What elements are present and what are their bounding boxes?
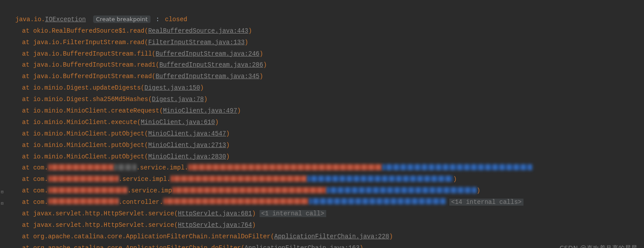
redacted-link-segment	[327, 187, 477, 193]
stack-frame-redacted: at com..service.impl.)	[8, 174, 644, 185]
stack-frame: at io.minio.Digest.updateDigests(Digest.…	[8, 83, 644, 94]
stack-call: io.minio.Digest.sha256Md5Hashes	[33, 96, 148, 103]
stack-call: io.minio.MinioClient.putObject	[33, 153, 144, 160]
at-keyword: at	[22, 107, 33, 114]
redacted-segment	[170, 176, 307, 182]
at-keyword: at	[22, 50, 33, 57]
expand-gutter-icon[interactable]: ⊞	[1, 190, 5, 195]
paren: )	[453, 176, 456, 183]
at-keyword: at	[22, 142, 33, 149]
source-link[interactable]: ApplicationFilterChain.java:163	[245, 244, 359, 248]
stack-call: .controller.	[119, 199, 163, 206]
source-link[interactable]: MinioClient.java:497	[163, 107, 237, 114]
stack-call: javax.servlet.http.HttpServlet.service	[33, 210, 174, 217]
stack-frame: at io.minio.MinioClient.createRequest(Mi…	[8, 105, 644, 117]
stack-call: .service.impl.	[136, 164, 188, 171]
stack-call: com.	[33, 199, 48, 206]
at-keyword: at	[22, 244, 33, 248]
create-breakpoint-button[interactable]: Create breakpoint	[93, 15, 150, 23]
stack-call: com.	[33, 164, 48, 171]
stack-frame: at okio.RealBufferedSource$1.read(RealBu…	[8, 26, 644, 37]
redacted-link-segment	[382, 164, 532, 170]
stack-frame: at io.minio.MinioClient.execute(MinioCli…	[8, 117, 644, 128]
exception-message: closed	[165, 16, 187, 23]
at-keyword: at	[22, 96, 33, 103]
expand-gutter-icon[interactable]: ⊞	[1, 202, 5, 206]
redacted-segment	[163, 198, 309, 204]
at-keyword: at	[22, 61, 33, 68]
source-link[interactable]: HttpServlet.java:764	[178, 222, 252, 229]
stack-call: io.minio.Digest.updateDigests	[33, 84, 141, 91]
stack-frame: at java.io.FilterInputStream.read(Filter…	[8, 37, 644, 49]
at-keyword: at	[22, 164, 33, 171]
stack-call: okio.RealBufferedSource$1.read	[33, 27, 144, 34]
stack-frame: at org.apache.catalina.core.ApplicationF…	[8, 231, 644, 243]
stack-frame: at java.io.BufferedInputStream.fill(Buff…	[8, 49, 644, 60]
stack-call: java.io.FilterInputStream.read	[33, 39, 144, 46]
source-link[interactable]: ApplicationFilterChain.java:228	[274, 233, 389, 240]
source-link[interactable]: Digest.java:78	[152, 96, 204, 103]
redacted-segment	[48, 198, 119, 204]
stack-call: io.minio.MinioClient.createRequest	[33, 107, 159, 114]
at-keyword: at	[22, 222, 33, 229]
stack-call: javax.servlet.http.HttpServlet.service	[33, 222, 174, 229]
stack-frame-redacted: at com..service.imp)	[8, 185, 644, 197]
redacted-segment	[188, 164, 382, 170]
stack-frame-redacted: at com..service.impl.	[8, 162, 644, 174]
stack-frame: at javax.servlet.http.HttpServlet.servic…	[8, 208, 644, 220]
stack-call: io.minio.MinioClient.putObject	[33, 130, 144, 137]
at-keyword: at	[22, 153, 33, 160]
redacted-segment	[48, 176, 119, 182]
redacted-link-segment	[309, 198, 446, 204]
collapsed-calls-hint[interactable]: <1 internal call>	[260, 210, 326, 217]
stack-call: io.minio.MinioClient.putObject	[33, 142, 144, 149]
source-link[interactable]: MinioClient.java:610	[141, 119, 215, 126]
exception-class-link[interactable]: IOException	[45, 16, 86, 23]
collapsed-calls-hint[interactable]: <14 internal calls>	[449, 199, 523, 206]
exception-line: java.io.IOException Create breakpoint : …	[8, 3, 644, 26]
at-keyword: at	[22, 176, 33, 183]
source-link[interactable]: RealBufferedSource.java:443	[148, 27, 249, 34]
source-link[interactable]: MinioClient.java:2830	[148, 153, 226, 160]
at-keyword: at	[22, 199, 33, 206]
redacted-segment	[48, 187, 128, 193]
stack-frame: at org.apache.catalina.core.ApplicationF…	[8, 243, 644, 248]
source-link[interactable]: HttpServlet.java:681	[178, 210, 252, 217]
source-link[interactable]: BufferedInputStream.java:286	[159, 61, 263, 68]
stack-call: com.	[33, 187, 48, 194]
redacted-segment	[172, 187, 327, 193]
stack-call: io.minio.MinioClient.execute	[33, 119, 137, 126]
stack-frame: at java.io.BufferedInputStream.read(Buff…	[8, 71, 644, 83]
stack-frame: at javax.servlet.http.HttpServlet.servic…	[8, 220, 644, 231]
source-link[interactable]: Digest.java:150	[144, 84, 200, 91]
stack-call: .service.imp	[128, 187, 172, 194]
stack-call: .service.impl.	[119, 176, 171, 183]
at-keyword: at	[22, 73, 33, 80]
stack-call: org.apache.catalina.core.ApplicationFilt…	[33, 244, 241, 248]
source-link[interactable]: MinioClient.java:2713	[148, 142, 226, 149]
redacted-link-segment	[307, 176, 453, 182]
stack-call: org.apache.catalina.core.ApplicationFilt…	[33, 233, 271, 240]
stack-frame: at io.minio.MinioClient.putObject(MinioC…	[8, 128, 644, 140]
stack-call: java.io.BufferedInputStream.read1	[33, 61, 155, 68]
stack-frame: at io.minio.MinioClient.putObject(MinioC…	[8, 151, 644, 163]
stack-call: java.io.BufferedInputStream.read	[33, 73, 152, 80]
source-link[interactable]: MinioClient.java:4547	[148, 130, 226, 137]
stack-call: java.io.BufferedInputStream.fill	[33, 50, 152, 57]
separator: :	[156, 16, 159, 23]
paren: )	[477, 187, 480, 194]
at-keyword: at	[22, 130, 33, 137]
at-keyword: at	[22, 84, 33, 91]
at-keyword: at	[22, 187, 33, 194]
watermark-text: CSDN @喜欢着月亮的星星	[560, 243, 638, 248]
at-keyword: at	[22, 119, 33, 126]
source-link[interactable]: BufferedInputStream.java:246	[155, 50, 259, 57]
at-keyword: at	[22, 39, 33, 46]
stack-call: com.	[33, 176, 48, 183]
at-keyword: at	[22, 210, 33, 217]
stack-frame: at java.io.BufferedInputStream.read1(Buf…	[8, 60, 644, 71]
source-link[interactable]: FilterInputStream.java:133	[148, 39, 245, 46]
at-keyword: at	[22, 233, 33, 240]
stack-frame: at io.minio.Digest.sha256Md5Hashes(Diges…	[8, 94, 644, 105]
source-link[interactable]: BufferedInputStream.java:345	[155, 73, 259, 80]
